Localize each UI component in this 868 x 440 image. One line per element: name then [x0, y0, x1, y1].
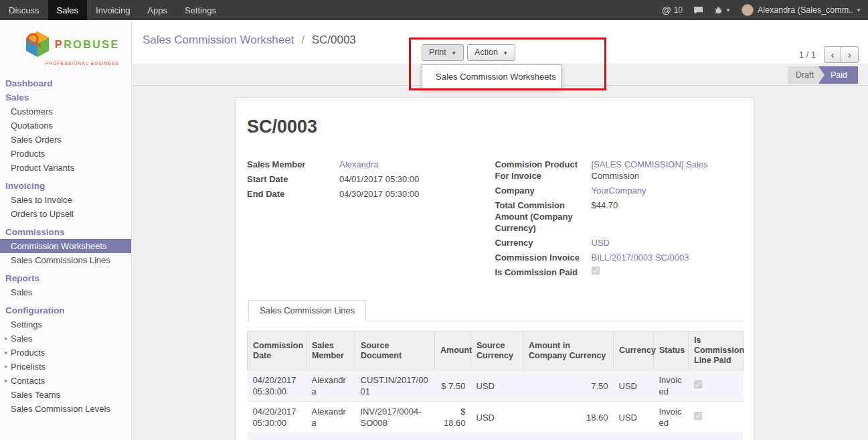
sidebar-item-sales-orders[interactable]: Sales Orders [0, 133, 131, 147]
col-source-document: Source Document [355, 332, 435, 370]
print-button-label: Print [429, 48, 446, 57]
cell-source-currency: USD [471, 402, 523, 433]
cell-amount-company: 7.50 [523, 370, 614, 402]
debug-menu-button[interactable]: ▼ [714, 6, 731, 15]
control-panel: Sales Commission Worksheet / SC/0003 Pri… [132, 20, 868, 64]
cell-source-currency: USD [471, 433, 523, 440]
sidebar-item-sales-commission-levels[interactable]: Sales Commission Levels [0, 402, 131, 416]
table-row[interactable]: 04/20/2017 05:30:00 Alexandra CUST.IN/20… [248, 370, 744, 402]
col-sales-member: Sales Member [307, 332, 355, 370]
col-source-currency: Source Currency [471, 332, 523, 370]
menu-settings[interactable]: Settings [176, 0, 225, 20]
cell-date: 04/20/2017 05:30:00 [248, 402, 307, 433]
logo-text-rest: ROBUSE [64, 39, 119, 50]
submenu-caret-icon: ▸ [5, 360, 8, 374]
menu-sales[interactable]: Sales [48, 0, 88, 20]
sidebar-item-label: Sales [11, 334, 33, 344]
commission-lines-table: Commission Date Sales Member Source Docu… [247, 331, 744, 440]
messages-button[interactable] [693, 6, 703, 15]
dropdown-item-sales-commission-worksheets[interactable]: Sales Commission Worksheets [422, 68, 561, 85]
field-label-total-commission: Total Commision Amount (Company Currency… [495, 200, 592, 234]
statusbar: Draft Paid [788, 66, 858, 84]
probuse-logo-icon [24, 30, 51, 60]
table-row[interactable]: 04/20/2017 05:30:00 Alexandra INV/2017/0… [248, 402, 744, 433]
tab-sales-commission-lines[interactable]: Sales Commission Lines [248, 300, 366, 321]
sidebar-section-configuration[interactable]: Configuration [0, 303, 131, 317]
table-header-row: Commission Date Sales Member Source Docu… [248, 332, 744, 370]
sidebar-item-sales-commissions-lines[interactable]: Sales Commissions Lines [0, 253, 131, 267]
bug-icon [714, 6, 723, 15]
end-date-value: 04/30/2017 05:30:00 [339, 188, 495, 200]
sidebar-section-invoicing[interactable]: Invoicing [0, 179, 131, 193]
field-label-is-commission-paid: Is Commission Paid [495, 267, 592, 278]
status-draft[interactable]: Draft [788, 66, 824, 84]
topbar-right: @ 10 ▼ Alexandra (Sales_comm.. ▼ [651, 0, 868, 20]
user-avatar[interactable] [742, 4, 754, 16]
sidebar-item-commission-worksheets[interactable]: Commission Worksheets [0, 239, 131, 253]
breadcrumb: Sales Commission Worksheet / SC/0003 [143, 33, 356, 47]
field-label-commission-invoice: Commission Invoice [495, 252, 592, 263]
sidebar-item-dashboard[interactable]: Dashboard [0, 76, 131, 90]
print-button[interactable]: Print ▼ [422, 44, 464, 61]
sidebar-item-customers[interactable]: Customers [0, 104, 131, 119]
cell-member: Alexandra [307, 433, 355, 440]
start-date-value: 04/01/2017 05:30:00 [339, 173, 495, 185]
caret-down-icon: ▼ [503, 50, 508, 56]
commission-product-link[interactable]: [SALES COMMISSION] Sales [592, 159, 708, 169]
chat-bubble-icon [693, 6, 703, 15]
field-label-end-date: End Date [247, 188, 339, 200]
sidebar-item-reports-sales[interactable]: Sales [0, 285, 131, 299]
sidebar-item-config-products[interactable]: ▸ Products [0, 346, 131, 360]
menu-discuss[interactable]: Discuss [0, 0, 48, 20]
sidebar-item-sales-to-invoice[interactable]: Sales to Invoice [0, 193, 131, 207]
sidebar-section-sales[interactable]: Sales [0, 90, 131, 104]
sidebar-item-product-variants[interactable]: Product Variants [0, 161, 131, 175]
print-dropdown-menu: Sales Commission Worksheets [422, 64, 561, 89]
sidebar-item-products[interactable]: Products [0, 147, 131, 161]
notebook-tabs: Sales Commission Lines [247, 300, 743, 321]
sidebar-item-orders-to-upsell[interactable]: Orders to Upsell [0, 207, 131, 221]
action-button[interactable]: Action ▼ [467, 44, 515, 61]
sidebar-item-label: Pricelists [11, 362, 46, 372]
mention-count: 10 [674, 5, 683, 15]
logo-text-first: P [55, 39, 64, 50]
cell-status: Invoiced [654, 433, 689, 440]
cell-amount-company: 18.60 [523, 433, 614, 440]
sidebar-item-contacts[interactable]: ▸ Contacts [0, 374, 131, 388]
sidebar-item-label: Contacts [11, 376, 45, 386]
menu-invoicing[interactable]: Invoicing [87, 0, 139, 20]
user-menu[interactable]: Alexandra (Sales_comm.. [758, 5, 853, 15]
cell-currency: USD [614, 370, 654, 402]
pager-count: 1 / 1 [799, 50, 816, 60]
currency-link[interactable]: USD [592, 238, 610, 248]
sidebar-item-pricelists[interactable]: ▸ Pricelists [0, 360, 131, 374]
cell-status: Invoiced [654, 402, 689, 433]
commission-invoice-link[interactable]: BILL/2017/0003 SC/0003 [592, 252, 689, 263]
breadcrumb-parent-link[interactable]: Sales Commission Worksheet [143, 33, 294, 46]
cell-date: 04/20/2017 10:35:53 [248, 433, 307, 440]
sidebar-item-quotations[interactable]: Quotations [0, 119, 131, 133]
field-grid: Sales Member Alexandra Start Date 04/01/… [247, 159, 743, 281]
cell-doc: INV/2017/0004-SO008 [355, 402, 435, 433]
cell-amount: $ 18.60 [435, 433, 471, 440]
sidebar-item-sales-teams[interactable]: Sales Teams [0, 388, 131, 402]
caret-down-icon: ▼ [725, 7, 731, 13]
at-icon: @ [662, 5, 671, 15]
table-row[interactable]: 04/20/2017 10:35:53 Alexandra SO008 $ 18… [248, 433, 744, 440]
sidebar-item-label: Products [11, 348, 45, 358]
cell-member: Alexandra [307, 370, 355, 402]
mentions-button[interactable]: @ 10 [662, 5, 683, 15]
pager-next-button[interactable]: › [841, 46, 859, 63]
caret-down-icon: ▼ [451, 50, 456, 56]
field-label-commission-product: Commision Product For Invoice [495, 159, 592, 181]
sidebar-section-commissions[interactable]: Commissions [0, 225, 131, 239]
sales-member-link[interactable]: Alexandra [339, 159, 379, 169]
menu-apps[interactable]: Apps [139, 0, 176, 20]
field-label-company: Company [495, 185, 592, 196]
sidebar-section-reports[interactable]: Reports [0, 271, 131, 285]
cell-currency: USD [614, 402, 654, 433]
sidebar-item-settings[interactable]: Settings [0, 317, 131, 332]
pager-previous-button[interactable]: ‹ [824, 46, 841, 63]
company-link[interactable]: YourCompany [592, 186, 646, 196]
sidebar-item-config-sales[interactable]: ▸ Sales [0, 332, 131, 346]
